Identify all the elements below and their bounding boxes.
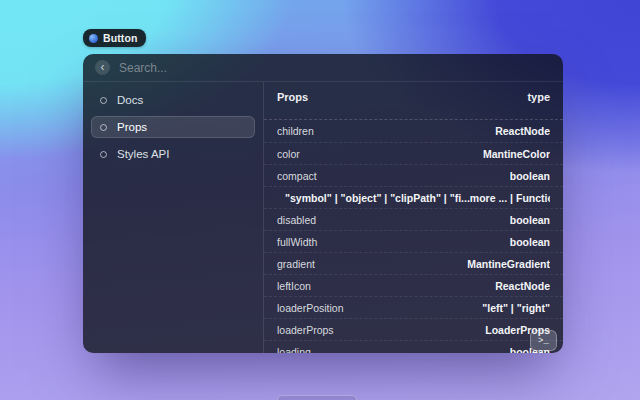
sidebar-item-label: Props [117, 121, 147, 133]
circle-icon [100, 97, 107, 104]
table-row: fullWidth boolean [264, 230, 563, 252]
prop-type: ReactNode [495, 125, 550, 137]
sidebar-item-styles-api[interactable]: Styles API [91, 143, 255, 165]
header-props-label: Props [277, 91, 308, 103]
sidebar-item-label: Styles API [117, 148, 169, 160]
table-row: children ReactNode [264, 120, 563, 142]
prop-type: "left" | "right" [482, 302, 550, 314]
prop-type: MantineGradient [467, 258, 550, 270]
prop-type: ReactNode [495, 280, 550, 292]
prop-name: color [277, 148, 300, 160]
table-row: gradient MantineGradient [264, 252, 563, 274]
search-bar: ‹ [83, 54, 563, 82]
circle-icon [100, 151, 107, 158]
prop-name: disabled [277, 214, 316, 226]
props-table: Props type children ReactNode color Mant… [263, 82, 563, 353]
prop-type: "symbol" | "object" | "clipPath" | "fi..… [285, 192, 550, 204]
table-row: leftIcon ReactNode [264, 274, 563, 296]
table-row: loaderPosition "left" | "right" [264, 296, 563, 318]
mantine-logo-icon [89, 34, 98, 43]
prop-name: children [277, 125, 314, 137]
header-type-label: type [527, 91, 550, 103]
back-button[interactable]: ‹ [95, 60, 110, 75]
prop-type: boolean [510, 170, 550, 182]
prop-name: loading [277, 346, 311, 354]
prop-name: gradient [277, 258, 315, 270]
prop-type: MantineColor [483, 148, 550, 160]
search-input[interactable] [119, 61, 551, 75]
sidebar-item-docs[interactable]: Docs [91, 89, 255, 111]
sidebar-item-props[interactable]: Props [91, 116, 255, 138]
table-row: color MantineColor [264, 142, 563, 164]
chevron-left-icon: ‹ [101, 61, 105, 74]
terminal-prompt-icon: >_ [538, 336, 549, 346]
spotlight-modal: ‹ Docs Props Styles API Props type child… [83, 54, 563, 353]
circle-icon [100, 124, 107, 131]
hidden-dock-element [277, 395, 357, 400]
prop-name: fullWidth [277, 236, 317, 248]
button-component-tag[interactable]: Button [83, 29, 146, 47]
table-row: "symbol" | "object" | "clipPath" | "fi..… [264, 186, 563, 208]
table-row: loading boolean [264, 340, 563, 353]
sidebar-item-label: Docs [117, 94, 143, 106]
table-row: disabled boolean [264, 208, 563, 230]
prop-type: boolean [510, 236, 550, 248]
table-header: Props type [264, 82, 563, 120]
prop-name: compact [277, 170, 317, 182]
prop-name: loaderProps [277, 324, 334, 336]
sidebar: Docs Props Styles API [83, 82, 263, 353]
table-row: loaderProps LoaderProps [264, 318, 563, 340]
prop-type: boolean [510, 214, 550, 226]
tag-label: Button [103, 32, 137, 44]
terminal-shortcut-button[interactable]: >_ [530, 330, 557, 351]
prop-name: leftIcon [277, 280, 311, 292]
prop-name: loaderPosition [277, 302, 344, 314]
table-row: compact boolean [264, 164, 563, 186]
